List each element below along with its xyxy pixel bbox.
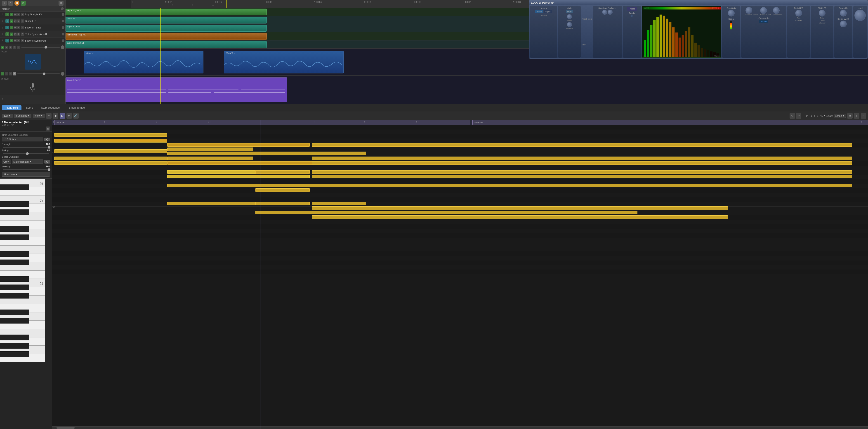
evoc-sidechain-knob2[interactable] — [608, 10, 613, 15]
midi-note-15[interactable] — [255, 202, 310, 205]
velocity-thumb[interactable] — [48, 168, 51, 171]
scale-off-select[interactable]: Off ▾ — [2, 160, 11, 164]
evoc-formant-shift-knob[interactable] — [760, 7, 767, 14]
tab-smart-tempo[interactable]: Smart Tempo — [65, 105, 88, 110]
functions-menu-btn[interactable]: Functions — [14, 113, 31, 118]
midi-note-2[interactable] — [54, 139, 167, 142]
track-3-settings[interactable] — [62, 26, 64, 29]
window-button[interactable]: ⧉ — [59, 1, 64, 6]
evoc-pitch-lfo-rate-knob[interactable] — [795, 10, 802, 16]
vocoder-on-btn[interactable]: M — [1, 72, 4, 75]
vocal-i-btn[interactable]: I — [17, 46, 20, 49]
vocal-r-btn[interactable]: R — [13, 46, 16, 49]
midi-note-long-9[interactable] — [255, 211, 638, 214]
tab-piano-roll[interactable]: Piano Roll — [2, 105, 22, 110]
track-2-settings[interactable] — [62, 20, 64, 22]
track-6-settings[interactable] — [62, 39, 64, 42]
track-5-r-btn[interactable]: R — [21, 33, 24, 36]
track-5-m-btn[interactable]: M — [13, 33, 17, 36]
evoc-sensitivity-knob[interactable] — [728, 10, 735, 16]
midi-note-long-2[interactable] — [312, 157, 852, 160]
vocal-volume-slider[interactable] — [21, 47, 60, 48]
track-2-m-btn[interactable]: M — [13, 20, 17, 23]
evoc-freeze-btn[interactable]: Freeze — [627, 7, 637, 11]
track-6-on-btn[interactable]: M — [10, 39, 13, 42]
vocal-clip-1[interactable]: 'Vocal' ○ — [84, 51, 204, 73]
tab-step-sequencer[interactable]: Step Sequencer — [37, 105, 64, 110]
pr-extra-btn-3[interactable]: ⇔ — [861, 113, 866, 119]
track-1-r-btn[interactable]: R — [21, 13, 24, 16]
evoc-formant-stretch-knob[interactable] — [745, 7, 752, 14]
functions-button[interactable]: Functions ▾ — [2, 172, 50, 177]
midi-note-9[interactable] — [54, 161, 167, 165]
evoc-sidechain-knob1[interactable] — [602, 10, 607, 15]
track-1-m-btn[interactable]: M — [13, 13, 17, 16]
track-5-on-btn[interactable]: M — [10, 33, 13, 36]
grid-scrollbar[interactable] — [52, 426, 868, 429]
midi-note-13[interactable] — [255, 188, 310, 192]
midi-note-8[interactable] — [167, 157, 253, 160]
stop-button[interactable]: S — [21, 1, 26, 6]
track-5-s-btn[interactable]: S — [17, 33, 20, 36]
vocal-on-btn[interactable]: M — [1, 46, 4, 49]
track-3-m-btn[interactable]: M — [13, 26, 17, 29]
track-3-s-btn[interactable]: S — [17, 26, 20, 29]
evoc-shift-lfo-knob[interactable] — [819, 10, 826, 16]
cursor-tool-1[interactable]: ↖ — [789, 113, 795, 119]
note-select[interactable]: 1/16 Note ▾ — [2, 137, 43, 141]
super8-bass-clip[interactable]: Super 8 - Bass — [66, 25, 267, 32]
track-1-s-btn[interactable]: S — [17, 13, 20, 16]
retro-synth-clip[interactable]: Retro Synth - Arp Alt. — [66, 33, 267, 40]
vocal-m-btn[interactable]: M — [5, 46, 8, 49]
vocoder-m-btn[interactable]: M — [5, 72, 8, 75]
evoc-mono-btn[interactable]: mono — [535, 10, 543, 13]
midi-note-long-8[interactable] — [312, 215, 728, 219]
quantize-q-btn[interactable]: Q — [44, 138, 50, 141]
scale-major-select[interactable]: Major (Ionian) ▾ — [12, 160, 43, 164]
evoc-stereo-knob[interactable] — [840, 21, 847, 27]
piano-roll-grid[interactable]: 1 1 3 2 2 3 3 3 3 4 4 3 5 Guide EP G — [52, 120, 868, 429]
grid-scrollbar-thumb[interactable] — [57, 427, 74, 429]
evoc-attack-knob[interactable] — [567, 14, 572, 19]
track-3-r-btn[interactable]: R — [21, 26, 24, 29]
pr-record-btn[interactable]: ⏺ — [53, 113, 58, 119]
vocoder-volume-thumb[interactable] — [43, 72, 45, 75]
vocoder-pan[interactable] — [61, 72, 64, 76]
note-info-expand-btn[interactable]: ⊞ — [46, 127, 50, 131]
sky-kit-clip[interactable]: Sky At Night Kit — [66, 8, 267, 15]
track-2-on-btn[interactable]: M — [10, 20, 13, 23]
view-menu-btn[interactable]: View — [33, 113, 45, 118]
strength-slider[interactable] — [3, 147, 49, 148]
track-6-r-btn[interactable]: R — [21, 39, 24, 42]
track-2-r-btn[interactable]: R — [21, 20, 24, 23]
scale-q-btn[interactable]: Q — [44, 160, 50, 164]
evoc-level-knob[interactable] — [855, 10, 866, 21]
track-1-settings[interactable] — [62, 13, 64, 16]
vocoder-r-btn[interactable]: R — [13, 72, 16, 75]
midi-note-4[interactable] — [167, 147, 253, 151]
midi-note-6[interactable] — [167, 152, 366, 155]
track-6-m-btn[interactable]: M — [13, 39, 17, 42]
pr-scissors-tool[interactable]: ✂ — [66, 113, 72, 119]
record-button[interactable]: H — [14, 1, 20, 6]
midi-note-long-6[interactable] — [312, 184, 852, 187]
edit-menu-btn[interactable]: Edit — [2, 113, 13, 118]
midi-note-1[interactable] — [54, 133, 167, 137]
vocal-s-btn[interactable]: S — [9, 46, 12, 49]
track-3-on-btn[interactable]: M — [10, 26, 13, 29]
midi-note-long-7[interactable] — [312, 206, 728, 210]
evoc-resonance-knob[interactable] — [773, 7, 780, 14]
evoc-nsyn-btn[interactable]: N+Syn — [759, 20, 768, 23]
evoc-dual-btn[interactable]: Dual — [566, 10, 573, 13]
swing-slider[interactable] — [3, 153, 49, 154]
pr-link-tool[interactable]: 🔗 — [73, 113, 79, 119]
midi-note-3[interactable] — [167, 143, 310, 146]
midi-note-11[interactable] — [255, 170, 310, 174]
evoc-release-knob[interactable] — [567, 22, 572, 27]
vocoder-volume-slider[interactable] — [17, 73, 60, 74]
super8-pad-clip[interactable]: Super 8 Synth Pad — [66, 41, 267, 48]
pr-extra-btn-2[interactable]: ↕ — [854, 113, 860, 119]
midi-note-16[interactable] — [312, 202, 366, 205]
guide-ep-clip[interactable]: Guide EP — [66, 17, 267, 24]
midi-note-long-5[interactable] — [312, 175, 852, 178]
